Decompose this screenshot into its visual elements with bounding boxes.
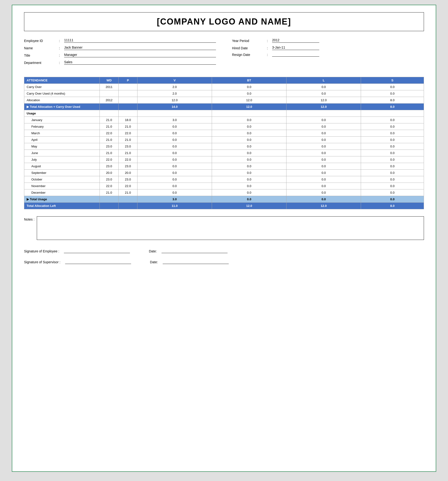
info-right: Year Period : 2012 Hired Date : 3-Jan-11… [232,38,424,68]
info-row: Title : Manager [24,53,216,57]
table-cell: 0.0 [286,84,361,90]
table-cell: 0.0 [361,84,424,90]
table-cell [119,104,137,110]
table-cell: 0.0 [361,117,424,123]
table-row: February21.021.00.00.00.00.0 [24,123,424,130]
table-row: April21.021.00.00.00.00.0 [24,137,424,143]
table-cell: 0.0 [361,189,424,196]
table-cell: November [24,183,100,189]
table-row: October23.023.00.00.00.00.0 [24,176,424,183]
field-value: Manager [64,53,216,57]
table-cell: October [24,176,100,183]
table-cell [100,90,119,97]
table-cell: 23.0 [119,176,137,183]
table-cell: 8.0 [361,97,424,104]
field-value: Sales [64,60,216,65]
table-cell: 0.0 [137,189,212,196]
table-cell: 22.0 [119,183,137,189]
table-cell: 23.0 [100,163,119,170]
company-header: [COMPANY LOGO AND NAME] [24,12,424,31]
table-cell [119,97,137,104]
page: [COMPANY LOGO AND NAME] Employee ID : 11… [12,5,436,472]
table-cell: 0.0 [361,170,424,176]
colon: : [57,61,62,65]
table-row: December21.021.00.00.00.00.0 [24,189,424,196]
info-row: Year Period : 2012 [232,38,424,43]
table-cell [361,110,424,117]
table-cell: 0.0 [361,90,424,97]
table-cell: 0.0 [286,117,361,123]
table-cell: Allocation [24,97,100,104]
table-cell: 23.0 [100,176,119,183]
table-cell: 0.0 [212,176,286,183]
table-cell: 0.0 [286,163,361,170]
field-value [272,56,319,57]
table-cell: 0.0 [286,176,361,183]
table-cell: 0.0 [137,170,212,176]
table-row: August23.023.00.00.00.00.0 [24,163,424,170]
col-header: S [361,77,424,84]
table-cell [100,203,119,209]
table-cell: 20.0 [100,170,119,176]
table-cell: 0.0 [361,183,424,189]
table-cell: 0.0 [286,183,361,189]
table-cell: 2.0 [137,90,212,97]
table-cell: 0.0 [137,156,212,163]
col-header: L [286,77,361,84]
signature-section: Signature of Employee : Date: Signature … [24,249,424,264]
table-row: January21.018.03.00.00.00.0 [24,117,424,123]
table-cell: 0.0 [361,196,424,203]
attendance-table: ATTENDANCEWDPVBTLS Carry Over20112.00.00… [24,77,424,209]
table-cell: 8.0 [361,203,424,209]
table-cell: 0.0 [286,170,361,176]
info-row: Name : Jack Banner [24,45,216,50]
table-cell: 0.0 [286,150,361,156]
table-cell: August [24,163,100,170]
table-body: Carry Over20112.00.00.00.0Carry Over Use… [24,84,424,209]
table-cell: 23.0 [119,163,137,170]
colon: : [265,46,270,50]
table-cell: 0.0 [361,137,424,143]
col-header: WD [100,77,119,84]
table-cell: 0.0 [286,156,361,163]
table-cell: March [24,130,100,137]
table-row: Total Allocation Left11.012.012.08.0 [24,203,424,209]
table-cell: 22.0 [119,156,137,163]
col-header: BT [212,77,286,84]
table-cell: 21.0 [119,137,137,143]
field-label: Resign Date [232,53,263,57]
field-value: 11111 [64,38,216,43]
date-label: Date: [149,249,157,253]
table-cell [137,110,212,117]
table-cell: 12.0 [212,104,286,110]
table-cell: February [24,123,100,130]
field-value: 3-Jan-11 [272,45,319,50]
colon: : [265,39,270,43]
table-cell: 0.0 [212,163,286,170]
signature-row: Signature of Supervisor : Date: [24,260,424,264]
table-cell: 0.0 [137,183,212,189]
signature-row: Signature of Employee : Date: [24,249,424,253]
table-cell [212,110,286,117]
table-cell: 0.0 [212,150,286,156]
notes-box[interactable] [37,216,424,240]
sig-label: Signature of Supervisor : [24,260,60,264]
table-cell: 21.0 [119,189,137,196]
sig-line [65,264,131,264]
table-cell: May [24,143,100,150]
table-cell: 21.0 [119,123,137,130]
table-row: September20.020.00.00.00.00.0 [24,170,424,176]
table-cell: 0.0 [212,130,286,137]
field-value: 2012 [272,38,319,43]
sig-label: Signature of Employee : [24,249,59,253]
table-cell: 21.0 [100,150,119,156]
col-header: P [119,77,137,84]
table-cell [100,104,119,110]
company-name: [COMPANY LOGO AND NAME] [29,17,419,27]
field-value: Jack Banner [64,45,216,50]
table-cell: 23.0 [100,143,119,150]
table-cell: 22.0 [100,156,119,163]
table-cell: 20.0 [119,170,137,176]
table-cell [100,110,119,117]
table-cell [119,203,137,209]
